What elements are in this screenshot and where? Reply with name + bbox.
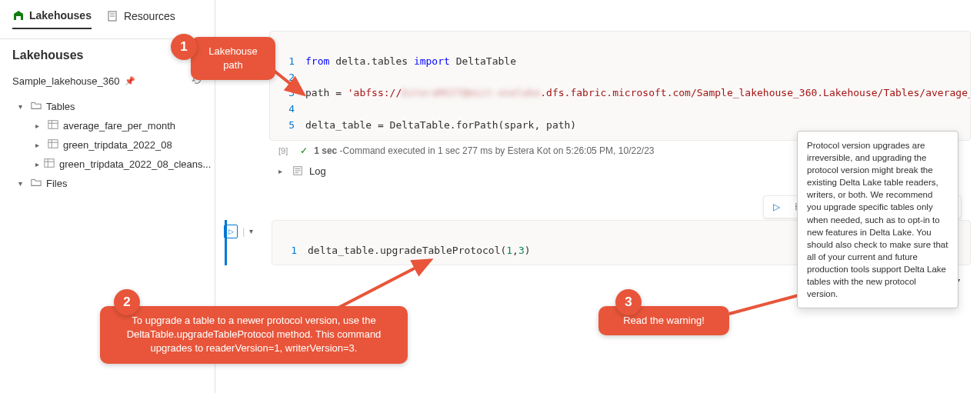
exec-number: [9]	[278, 146, 288, 155]
callout-badge-1: 1	[171, 34, 197, 60]
tree-tables-label: Tables	[46, 101, 75, 112]
code-editor[interactable]: 1from delta.tables import DeltaTable 2 3…	[269, 31, 971, 141]
tree-files[interactable]: ▾ Files	[6, 174, 208, 193]
folder-icon	[31, 100, 42, 113]
warning-tooltip: Protocol version upgrades are irreversib…	[797, 131, 958, 308]
svg-rect-7	[48, 140, 58, 148]
tree-item-label: green_tripdata_2022_08_cleans...	[59, 158, 211, 170]
lakehouse-row[interactable]: Sample_lakehouse_360 📌	[0, 68, 215, 94]
callout-1: Lakehouse path	[191, 37, 275, 80]
chevron-right-icon: ▸	[35, 160, 39, 168]
chevron-right-icon: ▸	[35, 141, 43, 149]
chevron-down-icon: ▾	[18, 179, 26, 188]
run-gutter: ▷ | ▾	[224, 225, 253, 238]
log-label: Log	[309, 165, 326, 177]
folder-icon	[31, 177, 42, 190]
tab-resources[interactable]: Resources	[107, 9, 175, 29]
svg-line-18	[338, 260, 431, 308]
table-icon	[44, 158, 55, 171]
tab-lakehouses[interactable]: Lakehouses	[12, 9, 92, 29]
check-icon: ✓	[300, 145, 308, 156]
callout-2: To upgrade a table to a newer protocol v…	[100, 306, 408, 364]
run-button[interactable]: ▷	[768, 198, 785, 215]
svg-rect-4	[48, 121, 58, 129]
chevron-down-icon[interactable]: ▾	[249, 227, 253, 235]
svg-rect-10	[45, 159, 54, 168]
resources-icon	[107, 10, 119, 22]
tree-files-label: Files	[46, 178, 67, 189]
table-icon	[48, 119, 58, 132]
tab-lakehouses-label: Lakehouses	[29, 9, 92, 22]
log-icon	[292, 165, 303, 176]
run-cell-icon[interactable]: ▷	[224, 225, 238, 238]
tree-tables[interactable]: ▾ Tables	[6, 97, 208, 116]
lakehouse-name: Sample_lakehouse_360	[12, 75, 120, 87]
tree-table-item[interactable]: ▸ green_tripdata_2022_08	[6, 135, 208, 155]
tooltip-text: Protocol version upgrades are irreversib…	[807, 141, 948, 298]
callout-badge-3: 3	[615, 289, 642, 315]
chevron-right-icon: ▸	[278, 167, 286, 175]
divider: |	[242, 225, 245, 237]
tree-item-label: average_fare_per_month	[63, 120, 175, 132]
table-icon	[48, 138, 58, 152]
lakehouse-icon	[12, 9, 25, 22]
tree: ▾ Tables ▸ average_fare_per_month ▸ gree…	[0, 94, 215, 196]
tree-table-item[interactable]: ▸ green_tripdata_2022_08_cleans...	[6, 155, 208, 174]
tab-resources-label: Resources	[124, 10, 175, 22]
pin-icon[interactable]: 📌	[125, 76, 135, 86]
chevron-right-icon: ▸	[35, 122, 43, 130]
tree-item-label: green_tripdata_2022_08	[63, 139, 172, 151]
svg-rect-0	[16, 16, 21, 20]
callout-badge-2: 2	[114, 289, 140, 315]
chevron-down-icon: ▾	[18, 102, 26, 111]
tree-table-item[interactable]: ▸ average_fare_per_month	[6, 116, 208, 135]
